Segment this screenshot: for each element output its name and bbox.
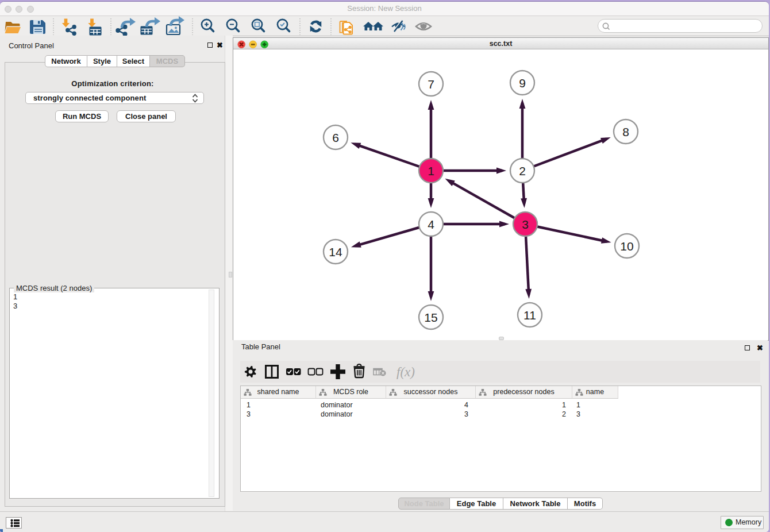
svg-text:3: 3 — [522, 218, 529, 231]
svg-text:1: 1 — [428, 164, 434, 178]
svg-text:9: 9 — [519, 76, 526, 90]
svg-text:10: 10 — [620, 240, 633, 253]
svg-text:7: 7 — [428, 78, 434, 91]
svg-text:4: 4 — [428, 218, 434, 231]
svg-text:6: 6 — [332, 131, 339, 144]
svg-text:2: 2 — [519, 164, 526, 178]
svg-text:14: 14 — [329, 245, 342, 259]
svg-text:11: 11 — [523, 309, 536, 322]
svg-text:f(x): f(x) — [396, 365, 415, 379]
svg-text:8: 8 — [622, 125, 629, 138]
svg-text:15: 15 — [424, 311, 437, 324]
